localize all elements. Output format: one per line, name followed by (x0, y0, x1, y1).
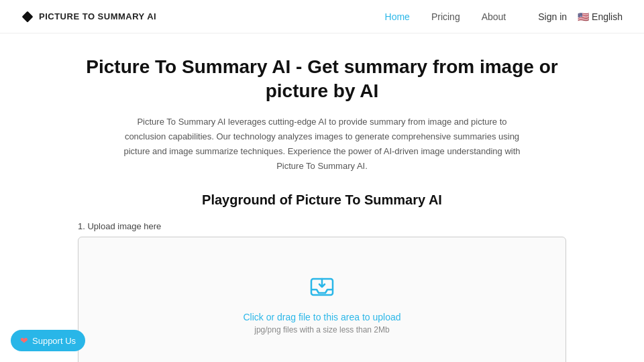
navbar: PICTURE TO SUMMARY AI Home Pricing About… (0, 0, 644, 34)
logo[interactable]: PICTURE TO SUMMARY AI (21, 11, 156, 23)
flag-icon: 🇺🇸 (578, 11, 589, 22)
upload-icon (306, 269, 338, 302)
upload-main-text: Click or drag file to this area to uploa… (243, 312, 400, 322)
upload-dropzone[interactable]: Click or drag file to this area to uploa… (78, 237, 566, 362)
heart-icon: ❤ (20, 335, 28, 346)
support-button[interactable]: ❤ Support Us (11, 330, 85, 351)
nav-links: Home Pricing About (385, 11, 506, 22)
logo-text: PICTURE TO SUMMARY AI (39, 11, 156, 21)
main-content: Picture To Summary AI - Get summary from… (67, 34, 577, 362)
hero-title: Picture To Summary AI - Get summary from… (78, 55, 566, 104)
nav-right: Sign in 🇺🇸 English (538, 11, 623, 22)
nav-home[interactable]: Home (385, 11, 410, 22)
logo-icon (21, 11, 34, 23)
hero-description: Picture To Summary AI leverages cutting-… (121, 115, 523, 174)
upload-icon-wrap (306, 269, 338, 304)
nav-pricing[interactable]: Pricing (431, 11, 460, 22)
lang-label: English (592, 11, 623, 22)
language-selector[interactable]: 🇺🇸 English (578, 11, 623, 22)
signin-link[interactable]: Sign in (538, 11, 567, 22)
support-label: Support Us (32, 336, 76, 346)
nav-about[interactable]: About (482, 11, 506, 22)
upload-sub-text: jpg/png files with a size less than 2Mb (254, 325, 389, 335)
upload-section-label: 1. Upload image here (78, 221, 566, 231)
playground-title: Playground of Picture To Summary AI (78, 192, 566, 208)
